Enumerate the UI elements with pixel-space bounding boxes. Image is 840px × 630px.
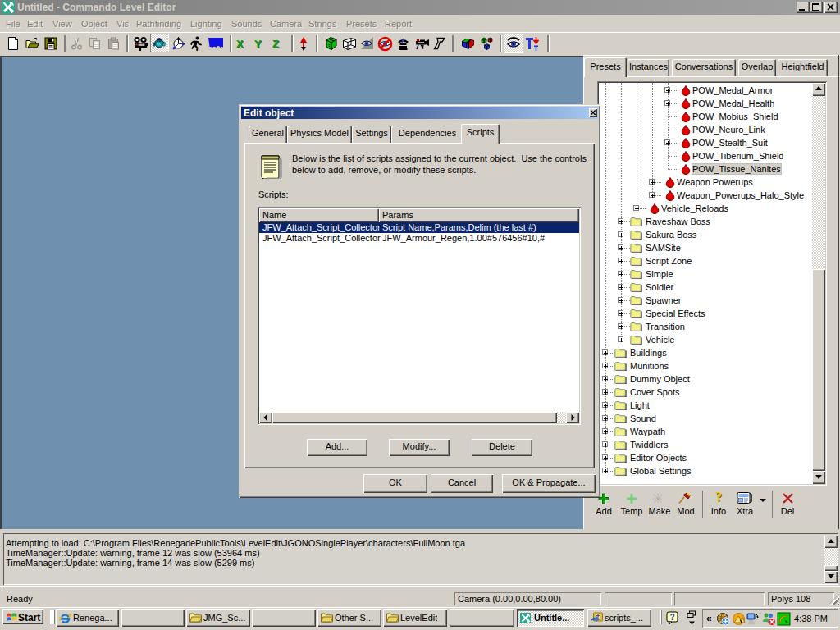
svg-text:?: ? [669,613,674,622]
